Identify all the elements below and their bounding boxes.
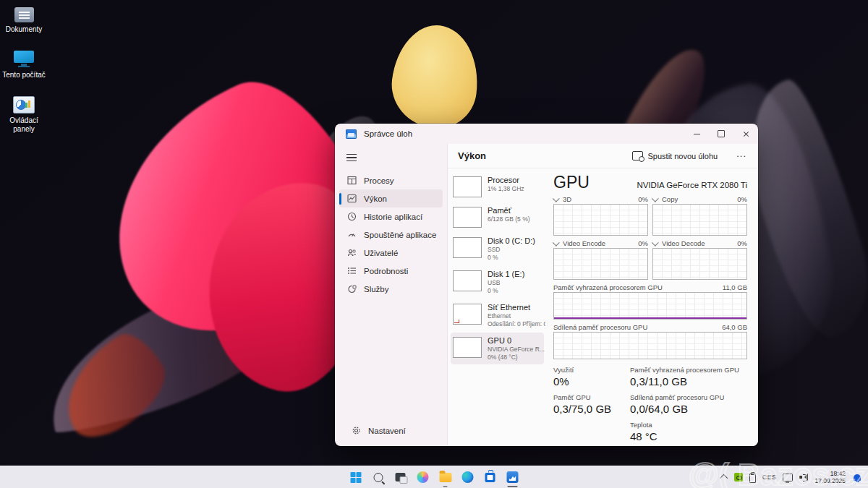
sidebar-item-historie-aplikaci[interactable]: Historie aplikací [339,207,443,226]
performance-list: Procesor 1% 1,38 GHz Paměť 6/128 GB (5 %… [448,168,545,446]
sidebar-item-procesy[interactable]: Procesy [339,171,443,189]
memory-usage-line [554,317,746,319]
new-task-icon [632,151,643,160]
main-panel: Výkon Spustit novou úlohu ... Procesor 1… [447,144,758,446]
file-explorer-button[interactable] [437,468,454,486]
search-button[interactable] [370,468,387,486]
chevron-down-icon[interactable] [553,239,560,247]
chart-area-video-decode [652,248,747,280]
close-button[interactable] [733,124,758,144]
sidebar-item-label: Spouštěné aplikace [364,231,436,239]
minimize-button[interactable] [684,124,709,144]
watermark: @( Bazos.cz [689,457,868,488]
more-options-button[interactable]: ... [733,148,749,163]
sidebar-item-label: Historie aplikací [364,213,422,221]
chevron-down-icon[interactable] [553,195,560,202]
disk1-mini-chart [453,270,482,291]
task-manager-icon [507,471,519,483]
network-mini-chart [453,304,482,325]
startup-apps-icon [346,230,357,240]
perf-item-gpu0[interactable]: GPU 0 NVIDIA GeForce R... 0% (48 °C) [451,333,544,364]
chart-area-dedicated-memory [553,292,747,320]
sidebar-item-label: Podrobnosti [364,267,408,275]
desktop-icon-ovladaci-panely[interactable]: Ovládací panely [0,96,48,134]
perf-item-disk0[interactable]: Disk 0 (C: D:) SSD 0 % [451,233,544,265]
perf-item-disk1[interactable]: Disk 1 (E:) USB 0 % [451,266,544,298]
performance-icon [346,194,357,204]
stat-vyuziti: Využití 0% [553,366,620,389]
sidebar-item-label: Výkon [364,194,387,203]
documents-icon [14,7,34,22]
gear-icon [351,426,361,436]
stat-teplota: Teplota 48 °C [630,421,737,444]
maximize-button[interactable] [709,124,733,144]
sidebar-item-label: Uživatelé [364,249,398,257]
page-header: Výkon Spustit novou úlohu ... [448,144,758,168]
task-manager-app-icon [346,129,357,139]
sidebar-item-sluzby[interactable]: Služby [339,280,443,298]
history-icon [346,212,357,222]
copilot-button[interactable] [414,468,432,486]
gpu-mini-chart [453,337,482,358]
desktop-icons: Dokumenty Tento počítač Ovládací panely [0,7,48,134]
details-icon [346,266,357,276]
sidebar-item-nastaveni[interactable]: Nastavení [344,421,438,440]
sidebar: Procesy Výkon Historie aplikací Spouštěn… [335,144,447,446]
perf-item-pamet[interactable]: Paměť 6/128 GB (5 %) [451,202,544,231]
chevron-down-icon[interactable] [652,195,659,202]
desktop-icon-dokumenty[interactable]: Dokumenty [0,7,48,34]
menu-button[interactable] [344,148,365,167]
windows-logo-icon [350,472,361,483]
chevron-down-icon[interactable] [652,239,659,247]
disk0-mini-chart [453,237,482,258]
chart-area-video-encode [553,248,648,280]
sidebar-item-spoustene-aplikace[interactable]: Spouštěné aplikace [339,226,443,244]
desktop-icon-tento-pocitac[interactable]: Tento počítač [0,51,48,80]
chart-area-shared-memory [553,332,747,359]
control-panel-icon [13,96,35,114]
store-button[interactable] [482,468,499,486]
cpu-mini-chart [453,176,482,197]
gpu-stats: Využití 0% Paměť GPU 0,3/75,0 GB Paměť v… [553,366,747,446]
gpu-device-name: NVIDIA GeForce RTX 2080 Ti [637,181,747,189]
perf-item-sit-ethernet[interactable]: Síť Ethernet Ethernet Odesílání: 0 Příje… [451,299,544,331]
search-icon [373,473,383,482]
sidebar-item-podrobnosti[interactable]: Podrobnosti [339,262,443,280]
page-title: Výkon [458,150,486,161]
start-button[interactable] [347,468,365,486]
processes-icon [346,176,357,186]
title-bar[interactable]: Správce úloh [335,124,758,144]
maximize-icon [718,130,725,137]
sidebar-item-uzivatele[interactable]: Uživatelé [339,244,443,262]
sidebar-item-label: Procesy [364,176,394,185]
desktop-icon-label: Ovládací panely [5,116,43,134]
sidebar-item-label: Služby [364,285,389,294]
open-app-indicator [443,486,448,488]
run-new-task-label: Spustit novou úlohu [648,152,718,160]
stat-pamet-gpu: Paměť GPU 0,3/75,0 GB [553,393,620,416]
gpu-chart-video-decode: Video Decode0% [652,239,747,280]
active-app-indicator [508,486,518,488]
task-manager-button[interactable] [504,468,522,486]
run-new-task-button[interactable]: Spustit novou úlohu [626,148,724,163]
gpu-detail-panel: GPU NVIDIA GeForce RTX 2080 Ti 3D0% Copy… [545,168,758,446]
computer-icon [14,51,34,68]
window-title: Správce úloh [364,129,412,138]
gpu-chart-video-encode: Video Encode0% [553,239,648,280]
edge-icon [462,471,474,483]
edge-button[interactable] [459,468,477,486]
gpu-chart-shared-memory: Sdílená paměť procesoru GPU64,0 GB [553,322,747,359]
perf-item-procesor[interactable]: Procesor 1% 1,38 GHz [451,172,544,201]
wallpaper-yellow-blob [387,20,484,132]
store-icon [485,473,495,482]
gpu-chart-dedicated-memory: Paměť vyhrazená procesorem GPU11,0 GB [553,283,747,320]
chart-area-3d [553,204,648,236]
desktop-icon-label: Dokumenty [6,25,43,34]
task-view-button[interactable] [392,468,409,486]
sidebar-item-vykon[interactable]: Výkon [339,189,443,207]
task-manager-window: Správce úloh Procesy Výkon Historie apli… [335,124,758,446]
copilot-icon [417,471,429,483]
gpu-chart-3d: 3D0% [553,194,648,236]
gpu-chart-copy: Copy0% [652,194,747,236]
minimize-icon [694,134,700,134]
